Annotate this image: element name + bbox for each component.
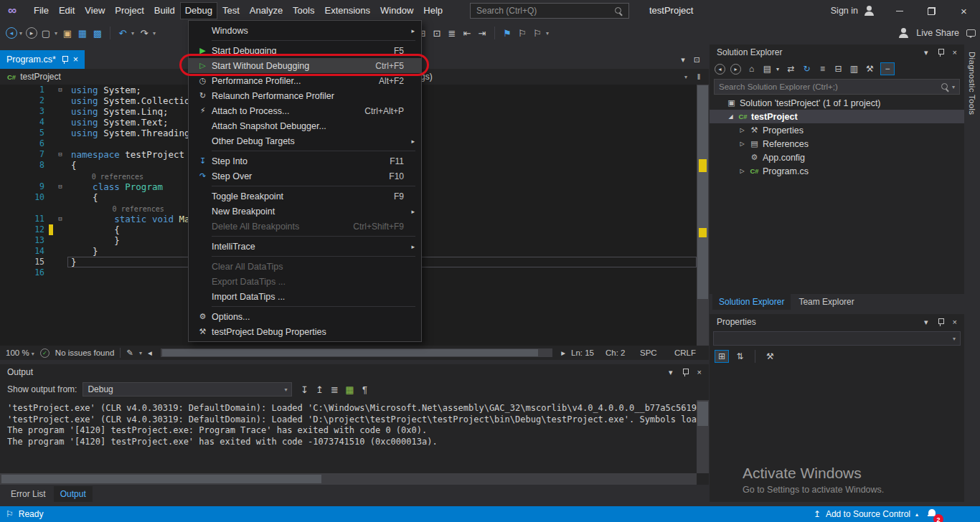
close-panel-icon[interactable]: × xyxy=(697,368,702,376)
property-pages-icon[interactable]: ⚒ xyxy=(765,350,776,363)
undo-dropdown-icon[interactable]: ▾ xyxy=(130,26,136,40)
codelens-references[interactable]: 0 references xyxy=(113,204,164,214)
menu-item-attach-snapshot-debugger[interactable]: Attach Snapshot Debugger... xyxy=(189,118,421,133)
document-tab-program-cs[interactable]: Program.cs* × xyxy=(0,50,85,69)
open-file-icon[interactable]: ▣ xyxy=(61,26,74,40)
tree-item-app-config[interactable]: ⚙App.config xyxy=(710,151,964,164)
minimize-button[interactable] xyxy=(883,0,915,22)
tree-item-program-cs[interactable]: ▷C#Program.cs xyxy=(710,164,964,178)
previous-bookmark-icon[interactable]: ⚐ xyxy=(516,26,529,40)
menu-item-windows[interactable]: Windows▸ xyxy=(189,23,421,38)
menu-build[interactable]: Build xyxy=(149,2,180,19)
menu-item-start-debugging[interactable]: ▶Start DebuggingF5 xyxy=(189,43,421,58)
window-position-icon[interactable]: ▾ xyxy=(669,368,673,377)
new-file-dropdown-icon[interactable]: ▾ xyxy=(53,26,59,40)
tree-expander-icon[interactable]: ▷ xyxy=(737,141,748,147)
editor-horizontal-scrollbar[interactable] xyxy=(161,348,552,357)
toggle-bookmark-icon[interactable]: ⚑ xyxy=(501,26,514,40)
show-all-files-icon[interactable]: ▥ xyxy=(849,62,859,75)
tree-item-references[interactable]: ▷▤References xyxy=(710,137,964,151)
menu-item-other-debug-targets[interactable]: Other Debug Targets▸ xyxy=(189,133,421,148)
pin-panel-icon[interactable] xyxy=(937,318,944,327)
output-panel-header[interactable]: Output ▾ × xyxy=(0,364,709,380)
restore-button[interactable] xyxy=(915,0,948,22)
undo-icon[interactable]: ↶ xyxy=(116,26,129,40)
menu-test[interactable]: Test xyxy=(217,2,245,19)
menu-item-testproject-debug-properties[interactable]: ⚒testProject Debug Properties xyxy=(189,324,421,339)
refresh-icon[interactable]: ↻ xyxy=(801,62,812,75)
history-forward-icon[interactable]: ▸ xyxy=(730,64,741,75)
menu-item-step-into[interactable]: ↧Step IntoF11 xyxy=(189,153,421,169)
window-position-icon[interactable]: ▾ xyxy=(924,48,928,57)
bookmarks-dropdown-icon[interactable]: ▾ xyxy=(545,26,550,40)
increase-indent-icon[interactable]: ⇥ xyxy=(476,26,489,40)
fold-marker[interactable]: ⊟ xyxy=(53,181,67,192)
close-button[interactable]: × xyxy=(948,0,980,22)
save-icon[interactable]: ▦ xyxy=(76,26,89,40)
fold-marker[interactable]: ⊟ xyxy=(53,85,67,95)
background-tasks-icon[interactable]: ⚐ xyxy=(6,509,14,519)
menu-tools[interactable]: Tools xyxy=(288,2,319,19)
sync-with-active-document-icon[interactable]: ⇄ xyxy=(786,62,796,75)
source-control-dropdown-icon[interactable]: ▴ xyxy=(915,511,918,518)
tree-item-properties[interactable]: ▷⚒Properties xyxy=(710,123,964,137)
menu-edit[interactable]: Edit xyxy=(54,2,80,19)
scrollbar-thumb[interactable] xyxy=(1,475,321,483)
next-message-icon[interactable]: ≣ xyxy=(328,382,341,397)
solution-explorer-header[interactable]: Solution Explorer ▾ × xyxy=(710,44,964,60)
menu-item-toggle-breakpoint[interactable]: Toggle BreakpointF9 xyxy=(189,189,421,204)
tree-item-solution-testproject-1-of-1-project[interactable]: ▣Solution 'testProject' (1 of 1 project) xyxy=(710,96,964,110)
properties-object-dropdown[interactable]: ▾ xyxy=(713,331,961,346)
pin-panel-icon[interactable] xyxy=(682,368,689,377)
clear-all-icon[interactable]: ▦ xyxy=(343,382,356,397)
close-panel-icon[interactable]: × xyxy=(953,318,957,326)
window-position-icon[interactable]: ▾ xyxy=(924,318,928,327)
scroll-left-icon[interactable]: ◂ xyxy=(148,348,152,358)
navigate-backward-icon[interactable]: ◂ xyxy=(6,27,17,39)
menu-debug[interactable]: Debug xyxy=(180,2,217,19)
float-window-icon[interactable]: ⊡ xyxy=(694,55,700,65)
diagnostic-tools-tab[interactable]: Diagnostic Tools xyxy=(964,44,980,506)
decrease-indent-icon[interactable]: ⇤ xyxy=(461,26,473,40)
next-bookmark-icon[interactable]: ⚐ xyxy=(531,26,544,40)
output-vertical-scrollbar[interactable] xyxy=(697,400,709,473)
redo-dropdown-icon[interactable]: ▾ xyxy=(151,26,157,40)
redo-icon[interactable]: ↷ xyxy=(138,26,151,40)
navigate-backward-dropdown-icon[interactable]: ▾ xyxy=(18,26,24,40)
previous-message-icon[interactable]: ↥ xyxy=(313,382,326,397)
menu-help[interactable]: Help xyxy=(418,2,448,19)
fold-marker[interactable]: ⊟ xyxy=(53,214,67,224)
toggle-word-wrap-icon[interactable]: ¶ xyxy=(358,382,371,397)
output-horizontal-scrollbar[interactable] xyxy=(0,473,697,485)
menu-item-new-breakpoint[interactable]: New Breakpoint▸ xyxy=(189,204,421,219)
tab-error-list[interactable]: Error List xyxy=(4,486,52,502)
tab-output[interactable]: Output xyxy=(54,486,93,502)
menu-item-performance-profiler[interactable]: ◷Performance Profiler...Alt+F2 xyxy=(189,73,421,88)
menu-item-attach-to-process[interactable]: ⚡Attach to Process...Ctrl+Alt+P xyxy=(189,103,421,118)
output-log[interactable]: 'testProject.exe' (CLR v4.0.30319: Defau… xyxy=(0,400,697,473)
close-panel-icon[interactable]: × xyxy=(953,48,957,57)
menu-file[interactable]: File xyxy=(29,2,54,19)
zoom-dropdown[interactable]: 100 % ▾ xyxy=(6,348,34,357)
codelens-references[interactable]: 0 references xyxy=(92,171,143,182)
scrollbar-thumb[interactable] xyxy=(697,402,708,426)
properties-icon[interactable]: ⚒ xyxy=(864,62,875,75)
live-share-button[interactable]: Live Share xyxy=(916,28,959,38)
sign-in-link[interactable]: Sign in xyxy=(831,6,858,16)
split-window-icon[interactable]: ‖ xyxy=(692,72,706,81)
menu-item-step-over[interactable]: ↷Step OverF10 xyxy=(189,169,421,184)
scroll-right-icon[interactable]: ▸ xyxy=(561,348,565,358)
tab-team-explorer[interactable]: Team Explorer xyxy=(792,294,860,310)
close-tab-icon[interactable]: × xyxy=(73,54,78,65)
pin-panel-icon[interactable] xyxy=(937,48,944,57)
categorized-icon[interactable]: ⊞ xyxy=(715,350,729,363)
tree-item-testproject[interactable]: ◢C#testProject xyxy=(710,110,964,123)
menu-analyze[interactable]: Analyze xyxy=(245,2,288,19)
solution-explorer-search[interactable]: Search Solution Explorer (Ctrl+;) ▾ xyxy=(714,79,960,95)
scrollbar-thumb[interactable] xyxy=(697,85,708,299)
fold-marker[interactable]: ⊟ xyxy=(53,149,67,160)
document-health-icon[interactable]: ✓ xyxy=(40,348,50,358)
tree-expander-icon[interactable]: ▷ xyxy=(737,168,748,174)
menu-extensions[interactable]: Extensions xyxy=(319,2,375,19)
collapse-all-icon[interactable]: ⊟ xyxy=(833,62,844,75)
